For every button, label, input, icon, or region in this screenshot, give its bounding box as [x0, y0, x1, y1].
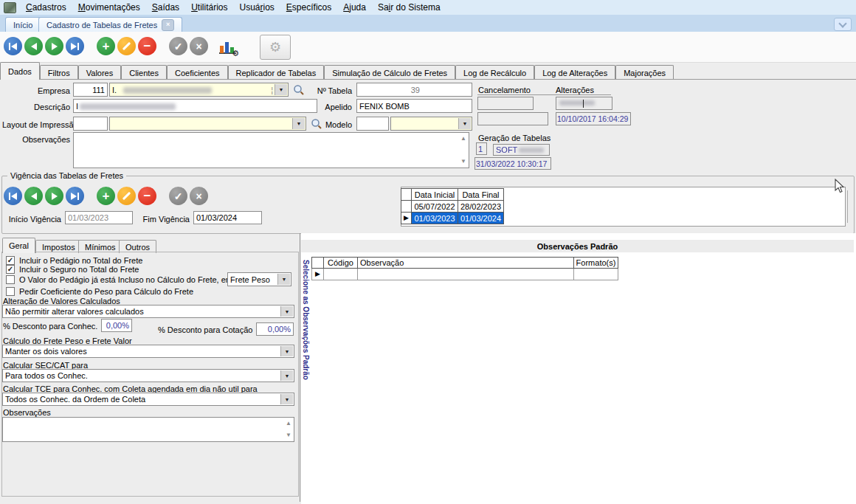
menu-item-saidas[interactable]: Saídas — [146, 2, 185, 13]
grid-cell-data-final[interactable]: 28/02/2023 — [458, 200, 504, 213]
apelido-field[interactable]: FENIX BOMB — [356, 99, 472, 113]
edit-record-button[interactable] — [117, 37, 136, 55]
vigencia-cancel-button[interactable]: × — [190, 187, 208, 205]
tce-combo[interactable]: Todos os Conhec. da Ordem de Coleta ▼ — [2, 393, 294, 406]
vigencia-confirm-button[interactable]: ✓ — [169, 187, 187, 205]
selecione-obs-padrao-vertical-label[interactable]: Selecione as Observações Padrão — [302, 260, 310, 380]
layout-combo[interactable]: ▼ — [109, 117, 306, 131]
n-tabela-field[interactable]: 39 — [356, 83, 472, 97]
geral-observacoes-textarea[interactable]: ▲ ▼ — [2, 417, 294, 442]
vigencia-edit-button[interactable] — [117, 187, 136, 205]
settings-button[interactable]: ⚙ — [260, 35, 291, 60]
inicio-vigencia-field[interactable]: 01/03/2023 — [65, 211, 133, 224]
obs-grid-header-codigo[interactable]: Código — [323, 257, 358, 269]
checkbox-seguro-total[interactable]: ✓ — [6, 265, 15, 274]
menu-item-sair[interactable]: Sair do Sistema — [372, 2, 446, 13]
tab-log-recalculo[interactable]: Log de Recálculo — [455, 65, 534, 80]
menu-item-utilitarios[interactable]: Utilitários — [185, 2, 233, 13]
desconto-conhec-field[interactable]: 0,00% — [101, 319, 132, 332]
vigencia-next-button[interactable] — [45, 187, 63, 205]
dropdown-arrow-icon[interactable]: ▼ — [292, 118, 305, 129]
checkbox-pedagio-incluso-label: O Valor do Pedágio já está Incluso no Cá… — [19, 275, 232, 284]
scroll-up-icon[interactable]: ▲ — [460, 136, 466, 142]
scroll-down-icon[interactable]: ▼ — [460, 159, 466, 165]
vigencia-first-button[interactable] — [4, 187, 22, 205]
pedagio-tipo-combo[interactable]: Frete Peso ▼ — [227, 272, 291, 286]
dropdown-arrow-icon[interactable]: ▼ — [280, 306, 293, 317]
close-tab-icon[interactable]: × — [162, 19, 174, 31]
vigencia-last-button[interactable] — [66, 187, 84, 205]
app-icon — [4, 2, 16, 13]
tab-log-alteracoes[interactable]: Log de Alterações — [534, 65, 615, 80]
tab-replicador[interactable]: Replicador de Tabelas — [228, 65, 325, 80]
empresa-combo[interactable]: I. ¦ ▼ — [109, 83, 289, 97]
obs-grid-cell-observacao[interactable] — [358, 269, 574, 280]
menu-item-cadastros[interactable]: Cadastros — [20, 2, 72, 13]
confirm-button[interactable]: ✓ — [169, 37, 187, 55]
modelo-combo[interactable]: ▼ — [390, 117, 472, 131]
modelo-code-field[interactable] — [356, 117, 389, 131]
tab-list-dropdown-button[interactable] — [834, 18, 852, 31]
tab-clientes[interactable]: Clientes — [121, 65, 167, 80]
tab-simulacao[interactable]: Simulação de Cálculo de Fretes — [324, 65, 455, 80]
menu-bar: Cadastros Movimentações Saídas Utilitári… — [0, 0, 856, 15]
subtab-geral[interactable]: Geral — [2, 238, 35, 253]
tab-filtros[interactable]: Filtros — [40, 65, 78, 80]
dropdown-arrow-icon[interactable]: ▼ — [277, 274, 290, 285]
grid-cell-data-final-selected[interactable]: 01/03/2024 — [458, 212, 504, 224]
dropdown-arrow-icon[interactable]: ▼ — [275, 84, 287, 95]
menu-item-usuarios[interactable]: Usuários — [233, 2, 280, 13]
dropdown-arrow-icon[interactable]: ▼ — [458, 118, 471, 129]
pencil-icon — [122, 192, 131, 200]
cancelamento-user-field — [477, 97, 534, 110]
scroll-up-icon[interactable]: ▲ — [286, 421, 291, 427]
cancel-button[interactable]: × — [190, 37, 208, 55]
obs-grid-cell-codigo[interactable] — [324, 269, 358, 280]
dropdown-arrow-icon[interactable]: ▼ — [280, 346, 293, 356]
sec-cat-combo[interactable]: Para todos os Conhec. ▼ — [2, 369, 294, 382]
panel-splitter[interactable] — [300, 233, 300, 502]
grid-header-data-inicial[interactable]: Data Inicial — [411, 188, 458, 201]
alteracao-valores-combo[interactable]: Não permitir alterar valores calculados … — [2, 305, 294, 318]
vigencia-add-button[interactable]: + — [97, 187, 115, 205]
tab-coeficientes[interactable]: Coeficientes — [167, 65, 228, 80]
tab-majoracoes[interactable]: Majorações — [615, 65, 674, 80]
checkbox-coeficiente-peso[interactable] — [6, 287, 15, 296]
chart-button[interactable]: ⚙ — [218, 37, 238, 56]
grid-cell-data-inicial-selected[interactable]: 01/03/2023 — [411, 212, 458, 224]
grid-cell-data-inicial[interactable]: 05/07/2022 — [411, 200, 458, 213]
next-record-button[interactable] — [45, 37, 63, 55]
vigencia-previous-button[interactable] — [24, 187, 43, 205]
tab-dados[interactable]: Dados — [0, 62, 40, 80]
grid-header-data-final[interactable]: Data Final — [458, 188, 504, 201]
menu-item-movimentacoes[interactable]: Movimentações — [72, 2, 146, 13]
calculo-frete-combo[interactable]: Manter os dois valores ▼ — [2, 345, 294, 358]
tab-inicio[interactable]: Início — [5, 17, 41, 32]
checkbox-pedagio-total[interactable]: ✓ — [6, 256, 15, 265]
scroll-down-icon[interactable]: ▼ — [286, 432, 291, 438]
obs-grid-header-observacao[interactable]: Observação — [357, 257, 574, 269]
layout-code-field[interactable] — [73, 117, 108, 131]
empresa-code-field[interactable]: 111 — [73, 83, 108, 97]
menu-item-especificos[interactable]: Específicos — [280, 2, 337, 13]
last-record-button[interactable] — [66, 37, 84, 55]
obs-grid-cell-formato[interactable] — [574, 269, 618, 280]
delete-record-button[interactable]: − — [138, 37, 156, 55]
tab-valores[interactable]: Valores — [78, 65, 121, 80]
descricao-field[interactable]: I — [73, 99, 317, 113]
dropdown-arrow-icon[interactable]: ▼ — [280, 394, 293, 404]
desconto-cotacao-field[interactable]: 0,00% — [256, 322, 294, 336]
add-record-button[interactable]: + — [97, 37, 115, 55]
menu-item-ajuda[interactable]: Ajuda — [337, 2, 372, 13]
observacoes-textarea[interactable]: ▲ ▼ — [73, 132, 469, 168]
fim-vigencia-field[interactable]: 01/03/2024 — [193, 211, 262, 224]
vigencia-delete-button[interactable]: − — [138, 187, 156, 205]
tab-cadastro-tabelas-fretes[interactable]: Cadastro de Tabelas de Fretes × — [38, 17, 182, 32]
grid-scrollbar[interactable] — [847, 190, 848, 223]
checkbox-pedagio-incluso[interactable] — [6, 275, 15, 284]
first-record-button[interactable] — [4, 37, 22, 55]
obs-grid-header-indicator — [311, 257, 324, 269]
previous-record-button[interactable] — [24, 37, 43, 55]
dropdown-arrow-icon[interactable]: ▼ — [280, 370, 293, 381]
obs-grid-header-formato[interactable]: Formato(s) — [573, 257, 618, 269]
